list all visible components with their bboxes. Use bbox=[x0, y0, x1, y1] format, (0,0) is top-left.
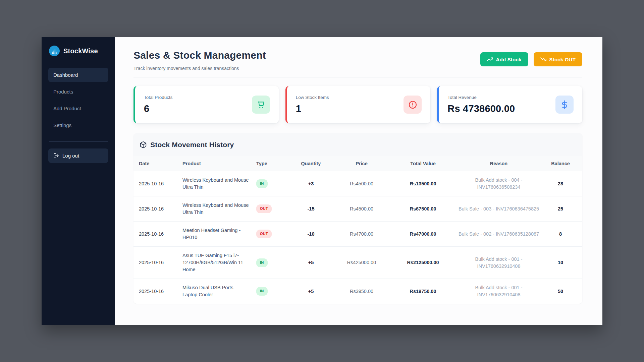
table-row: 2025-10-16Asus TUF Gaming F15 i7-12700H/… bbox=[133, 247, 582, 279]
cell-price: Rs425000.00 bbox=[333, 259, 390, 266]
page-subtitle: Track inventory movements and sales tran… bbox=[133, 66, 266, 71]
add-stock-label: Add Stock bbox=[496, 57, 522, 62]
cell-date: 2025-10-16 bbox=[139, 180, 180, 187]
header-actions: Add Stock Stock OUT bbox=[480, 52, 582, 66]
cell-date: 2025-10-16 bbox=[139, 231, 180, 238]
cell-balance: 25 bbox=[544, 205, 577, 213]
logout-button[interactable]: Log out bbox=[48, 148, 108, 163]
cell-date: 2025-10-16 bbox=[139, 205, 180, 213]
stock-out-label: Stock OUT bbox=[549, 57, 576, 62]
stat-card-total-products: Total Products 6 bbox=[133, 86, 279, 123]
add-stock-button[interactable]: Add Stock bbox=[480, 52, 528, 66]
cell-total-value: Rs19750.00 bbox=[392, 288, 453, 295]
header-divider bbox=[133, 77, 582, 77]
cell-type: OUT bbox=[256, 204, 288, 213]
cell-reason: Bulk Add stock - 001 - INV1760632910408 bbox=[456, 256, 541, 270]
cell-reason: Bulk Sale - 002 - INV1760635128087 bbox=[456, 231, 541, 238]
panel-header: Stock Movement History bbox=[133, 133, 582, 156]
trending-down-icon bbox=[540, 56, 546, 62]
table-row: 2025-10-16Meetion Headset Gaming - HP010… bbox=[133, 222, 582, 247]
dollar-icon bbox=[555, 96, 574, 114]
stat-label: Total Products bbox=[144, 95, 173, 100]
sidebar-divider bbox=[49, 141, 108, 142]
app-title: StockWise bbox=[63, 47, 98, 55]
cell-type: OUT bbox=[256, 230, 288, 238]
cell-price: Rs4700.00 bbox=[333, 231, 390, 238]
cell-date: 2025-10-16 bbox=[139, 288, 180, 295]
cell-balance: 28 bbox=[544, 180, 577, 187]
movement-rows: 2025-10-16Wireless Keyboard and Mouse Ul… bbox=[133, 171, 582, 304]
logout-label: Log out bbox=[62, 153, 79, 159]
cell-product: Meetion Headset Gaming - HP010 bbox=[182, 227, 254, 241]
cell-quantity: -15 bbox=[291, 205, 331, 213]
table-header-row: Date Product Type Quantity Price Total V… bbox=[133, 156, 582, 171]
stat-text: Total Revenue Rs 4738600.00 bbox=[447, 95, 515, 114]
cell-reason: Bulk Sale - 003 - INV1760636475825 bbox=[456, 205, 541, 213]
panel-title: Stock Movement History bbox=[150, 141, 234, 149]
type-badge: OUT bbox=[256, 204, 272, 213]
main-content: Sales & Stock Management Track inventory… bbox=[115, 37, 602, 325]
stock-out-button[interactable]: Stock OUT bbox=[534, 52, 582, 66]
table-row: 2025-10-16Wireless Keyboard and Mouse Ul… bbox=[133, 171, 582, 196]
stat-card-total-revenue: Total Revenue Rs 4738600.00 bbox=[437, 86, 582, 123]
sidebar-item-products[interactable]: Products bbox=[48, 84, 108, 99]
bar-chart-icon bbox=[49, 46, 60, 56]
cell-price: Rs4500.00 bbox=[333, 180, 390, 187]
stat-value: 1 bbox=[296, 103, 329, 114]
stat-cards: Total Products 6 Low Stock Items 1 bbox=[133, 86, 582, 123]
table-row: 2025-10-16Mikuso Dual USB Ports Laptop C… bbox=[133, 279, 582, 304]
sidebar-item-add-product[interactable]: Add Product bbox=[48, 101, 108, 116]
col-date: Date bbox=[139, 161, 180, 166]
cell-product: Wireless Keyboard and Mouse Ultra Thin bbox=[182, 177, 254, 191]
cell-price: Rs4500.00 bbox=[333, 205, 390, 213]
col-price: Price bbox=[333, 161, 390, 166]
sidebar-item-settings[interactable]: Settings bbox=[48, 118, 108, 132]
stat-value: Rs 4738600.00 bbox=[447, 103, 515, 114]
cell-quantity: +3 bbox=[291, 180, 331, 187]
package-icon bbox=[140, 141, 147, 148]
cell-balance: 8 bbox=[544, 231, 577, 238]
cart-icon bbox=[252, 96, 270, 114]
page-header-text: Sales & Stock Management Track inventory… bbox=[133, 50, 266, 71]
stat-text: Low Stock Items 1 bbox=[296, 95, 329, 114]
cell-product: Wireless Keyboard and Mouse Ultra Thin bbox=[182, 202, 254, 216]
logout-icon bbox=[53, 153, 59, 159]
table-row: 2025-10-16Wireless Keyboard and Mouse Ul… bbox=[133, 196, 582, 222]
type-badge: IN bbox=[256, 179, 268, 188]
cell-balance: 50 bbox=[544, 288, 577, 295]
app-logo: StockWise bbox=[48, 46, 108, 56]
col-type: Type bbox=[256, 161, 288, 166]
stat-label: Total Revenue bbox=[447, 95, 515, 100]
cell-total-value: Rs47000.00 bbox=[392, 231, 453, 238]
stock-movement-panel: Stock Movement History Date Product Type… bbox=[133, 133, 582, 304]
sidebar-item-dashboard[interactable]: Dashboard bbox=[48, 68, 108, 82]
cell-product: Asus TUF Gaming F15 i7-12700H/8GB/512GB/… bbox=[182, 252, 254, 273]
cell-quantity: -10 bbox=[291, 231, 331, 238]
type-badge: IN bbox=[256, 258, 268, 267]
type-badge: IN bbox=[256, 287, 268, 296]
cell-price: Rs3950.00 bbox=[333, 288, 390, 295]
stat-card-low-stock: Low Stock Items 1 bbox=[285, 86, 431, 123]
cell-quantity: +5 bbox=[291, 288, 331, 295]
app-window: StockWise Dashboard Products Add Product… bbox=[42, 37, 602, 325]
sidebar: StockWise Dashboard Products Add Product… bbox=[42, 37, 115, 325]
cell-date: 2025-10-16 bbox=[139, 259, 180, 266]
trending-up-icon bbox=[487, 56, 493, 62]
cell-type: IN bbox=[256, 258, 288, 267]
page-title: Sales & Stock Management bbox=[133, 50, 266, 61]
col-quantity: Quantity bbox=[291, 161, 331, 166]
stat-value: 6 bbox=[144, 103, 173, 114]
cell-balance: 10 bbox=[544, 259, 577, 266]
type-badge: OUT bbox=[256, 230, 272, 238]
cell-type: IN bbox=[256, 287, 288, 296]
cell-type: IN bbox=[256, 179, 288, 188]
cell-total-value: Rs2125000.00 bbox=[392, 259, 453, 266]
cell-quantity: +5 bbox=[291, 259, 331, 266]
cell-reason: Bulk Add stock - 004 - INV1760636508234 bbox=[456, 177, 541, 191]
stat-text: Total Products 6 bbox=[144, 95, 173, 114]
page-header: Sales & Stock Management Track inventory… bbox=[133, 50, 582, 71]
alert-icon bbox=[404, 96, 422, 114]
cell-product: Mikuso Dual USB Ports Laptop Cooler bbox=[182, 284, 254, 298]
col-reason: Reason bbox=[456, 161, 541, 166]
col-total-value: Total Value bbox=[392, 161, 453, 166]
